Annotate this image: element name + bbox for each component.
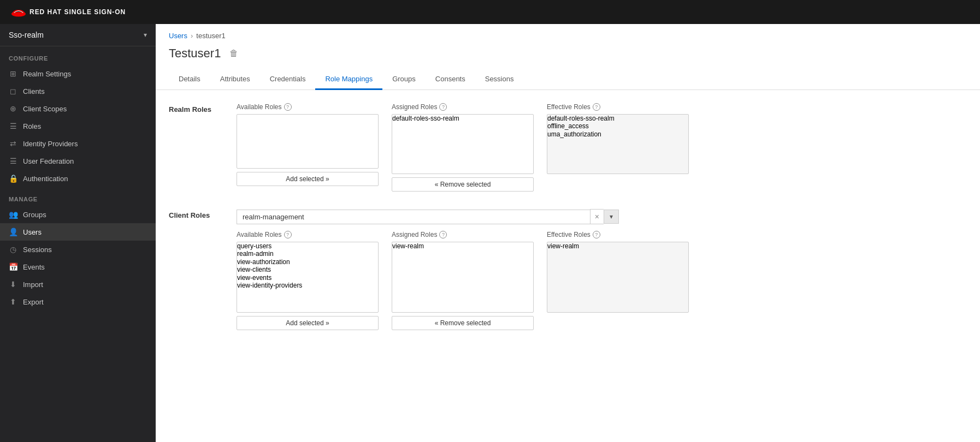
client-scopes-icon: ⊕ [9, 104, 17, 113]
list-item[interactable]: view-clients [237, 266, 378, 273]
client-assigned-roles-listbox[interactable]: view-realm [392, 242, 534, 313]
client-effective-roles-col: Effective Roles ? view-realm [547, 231, 689, 313]
realm-effective-roles-listbox[interactable]: default-roles-sso-realm offline_access u… [547, 114, 689, 174]
users-icon: 👤 [9, 228, 17, 236]
tab-role-mappings[interactable]: Role Mappings [315, 69, 382, 90]
sidebar-item-label: User Federation [23, 157, 74, 165]
realm-assigned-roles-label: Assigned Roles ? [392, 103, 534, 111]
client-assigned-roles-help-icon[interactable]: ? [439, 231, 447, 238]
realm-roles-label: Realm Roles [169, 103, 223, 114]
sidebar-item-label: Import [23, 280, 43, 289]
list-item[interactable]: view-authorization [237, 258, 378, 266]
tab-details[interactable]: Details [169, 69, 210, 90]
breadcrumb-users-link[interactable]: Users [169, 32, 187, 40]
client-roles-label: Client Roles [169, 209, 223, 219]
tab-sessions[interactable]: Sessions [475, 69, 524, 90]
svg-point-0 [11, 12, 25, 16]
delete-user-icon[interactable]: 🗑 [227, 46, 240, 61]
client-remove-selected-button[interactable]: « Remove selected [392, 316, 534, 330]
authentication-icon: 🔒 [9, 174, 17, 183]
user-federation-icon: ☰ [9, 157, 17, 165]
realm-roles-columns: Available Roles ? Add selected » Assigne… [237, 103, 967, 192]
realm-effective-roles-col: Effective Roles ? default-roles-sso-real… [547, 103, 689, 174]
realm-available-roles-listbox[interactable] [237, 114, 379, 169]
sidebar-item-client-scopes[interactable]: ⊕ Client Scopes [0, 100, 156, 117]
client-selector-wrapper: × ▾ [237, 209, 619, 224]
sidebar-item-groups[interactable]: 👥 Groups [0, 206, 156, 223]
client-effective-roles-listbox[interactable]: view-realm [547, 242, 689, 313]
client-roles-columns: Available Roles ? query-users realm-admi… [237, 231, 967, 330]
list-item: view-realm [547, 242, 688, 250]
client-effective-roles-help-icon[interactable]: ? [593, 231, 600, 238]
sidebar-item-identity-providers[interactable]: ⇄ Identity Providers [0, 135, 156, 152]
sidebar-item-events[interactable]: 📅 Events [0, 258, 156, 276]
available-roles-help-icon[interactable]: ? [284, 103, 292, 111]
effective-role-item: offline_access [547, 122, 688, 130]
effective-roles-help-icon[interactable]: ? [593, 103, 600, 111]
topbar: RED HAT SINGLE SIGN-ON [0, 0, 980, 24]
effective-role-item: default-roles-sso-realm [547, 115, 688, 122]
realm-assigned-roles-col: Assigned Roles ? default-roles-sso-realm… [392, 103, 534, 192]
sidebar-item-users[interactable]: 👤 Users [0, 223, 156, 241]
sidebar-item-clients[interactable]: ◻ Clients [0, 82, 156, 100]
sidebar-item-label: Authentication [23, 175, 68, 183]
clients-icon: ◻ [9, 87, 17, 95]
redhat-logo-icon [11, 7, 26, 17]
sidebar-item-label: Client Scopes [23, 105, 67, 113]
page-header: Testuser1 🗑 [156, 44, 980, 69]
sidebar-item-user-federation[interactable]: ☰ User Federation [0, 152, 156, 170]
client-select-toggle-button[interactable]: ▾ [604, 210, 619, 224]
sidebar-item-export[interactable]: ⬆ Export [0, 293, 156, 310]
manage-section-label: Manage [0, 187, 156, 206]
list-item[interactable]: view-identity-providers [237, 282, 378, 289]
client-select-clear-button[interactable]: × [590, 209, 604, 224]
tab-credentials[interactable]: Credentials [260, 69, 316, 90]
realm-settings-icon: ⊞ [9, 69, 17, 78]
realm-selector[interactable]: Sso-realm ▾ [0, 24, 156, 46]
sidebar-item-import[interactable]: ⬇ Import [0, 276, 156, 293]
export-icon: ⬆ [9, 297, 17, 306]
sidebar-item-realm-settings[interactable]: ⊞ Realm Settings [0, 65, 156, 82]
client-assigned-roles-label: Assigned Roles ? [392, 231, 534, 238]
sidebar-item-label: Users [23, 228, 42, 236]
events-icon: 📅 [9, 262, 17, 271]
sidebar: Sso-realm ▾ Configure ⊞ Realm Settings ◻… [0, 24, 156, 442]
tab-groups[interactable]: Groups [382, 69, 426, 90]
client-effective-roles-label: Effective Roles ? [547, 231, 689, 238]
sidebar-item-label: Export [23, 298, 44, 306]
brand-logo: RED HAT SINGLE SIGN-ON [11, 7, 126, 17]
realm-remove-selected-button[interactable]: « Remove selected [392, 177, 534, 192]
tab-attributes[interactable]: Attributes [210, 69, 260, 90]
assigned-role-item[interactable]: default-roles-sso-realm [392, 115, 533, 122]
role-mappings-content: Realm Roles Available Roles ? Add select… [156, 90, 980, 343]
realm-assigned-roles-listbox[interactable]: default-roles-sso-realm [392, 114, 534, 174]
list-item[interactable]: view-realm [392, 242, 533, 250]
breadcrumb-separator: › [191, 32, 193, 40]
list-item[interactable]: realm-admin [237, 250, 378, 258]
client-available-roles-listbox[interactable]: query-users realm-admin view-authorizati… [237, 242, 379, 313]
assigned-roles-help-icon[interactable]: ? [439, 103, 447, 111]
import-icon: ⬇ [9, 280, 17, 289]
client-assigned-roles-col: Assigned Roles ? view-realm « Remove sel… [392, 231, 534, 330]
sidebar-item-label: Realm Settings [23, 70, 71, 78]
list-item[interactable]: view-events [237, 274, 378, 282]
realm-name: Sso-realm [9, 31, 44, 39]
client-available-roles-help-icon[interactable]: ? [284, 231, 292, 238]
client-roles-body: × ▾ Available Roles ? query-users [237, 209, 967, 330]
sidebar-item-sessions[interactable]: ◷ Sessions [0, 241, 156, 258]
sidebar-item-label: Clients [23, 87, 45, 95]
page-title: Testuser1 [169, 46, 221, 61]
sidebar-item-label: Roles [23, 122, 41, 130]
client-add-selected-button[interactable]: Add selected » [237, 316, 379, 330]
list-item[interactable]: query-users [237, 242, 378, 250]
identity-providers-icon: ⇄ [9, 139, 17, 148]
client-select-input[interactable] [237, 210, 590, 224]
realm-add-selected-button[interactable]: Add selected » [237, 172, 379, 186]
realm-available-roles-col: Available Roles ? Add selected » [237, 103, 379, 186]
sessions-icon: ◷ [9, 245, 17, 254]
sidebar-item-authentication[interactable]: 🔒 Authentication [0, 170, 156, 187]
sidebar-item-label: Groups [23, 211, 46, 219]
sidebar-item-roles[interactable]: ☰ Roles [0, 117, 156, 135]
sidebar-item-label: Events [23, 263, 45, 271]
tab-consents[interactable]: Consents [426, 69, 475, 90]
